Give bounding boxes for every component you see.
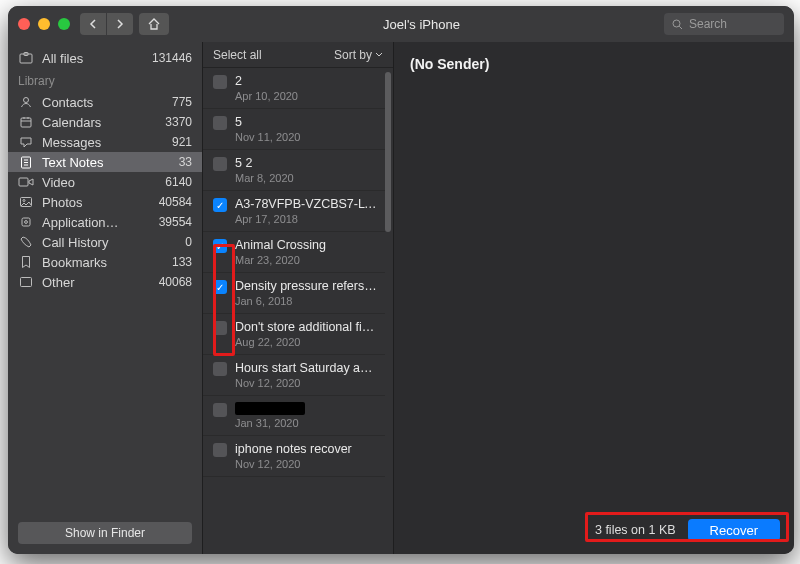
- item-date: Nov 11, 2020: [235, 131, 377, 143]
- calendar-icon: [18, 114, 34, 130]
- home-button[interactable]: [139, 13, 169, 35]
- item-title: 2: [235, 74, 377, 88]
- traffic-lights: [18, 18, 70, 30]
- checkbox[interactable]: [213, 362, 227, 376]
- scrollbar-thumb[interactable]: [385, 72, 391, 232]
- show-in-finder-button[interactable]: Show in Finder: [18, 522, 192, 544]
- sidebar-item-video[interactable]: Video6140: [8, 172, 202, 192]
- checkbox[interactable]: ✓: [213, 239, 227, 253]
- select-all-button[interactable]: Select all: [213, 48, 262, 62]
- list-item[interactable]: Hours start Saturday and en…Nov 12, 2020: [203, 355, 385, 396]
- checkbox[interactable]: [213, 321, 227, 335]
- preview-body: [394, 86, 794, 514]
- chevron-down-icon: [375, 52, 383, 58]
- sidebar-item-contacts[interactable]: Contacts775: [8, 92, 202, 112]
- sidebar-item-text-notes[interactable]: Text Notes33: [8, 152, 202, 172]
- sidebar-item-other[interactable]: Other40068: [8, 272, 202, 292]
- item-title: 5 2: [235, 156, 377, 170]
- photos-icon: [18, 194, 34, 210]
- search-placeholder: Search: [689, 17, 727, 31]
- sidebar-item-call-history[interactable]: Call History0: [8, 232, 202, 252]
- folder-icon: [18, 274, 34, 290]
- list-item[interactable]: ✓Density pressure refers to th…Jan 6, 20…: [203, 273, 385, 314]
- list-item[interactable]: 5Nov 11, 2020: [203, 109, 385, 150]
- item-date: Aug 22, 2020: [235, 336, 377, 348]
- item-title: Density pressure refers to th…: [235, 279, 377, 293]
- messages-icon: [18, 134, 34, 150]
- sidebar-item-label: Messages: [42, 135, 101, 150]
- item-count: 39554: [159, 215, 192, 229]
- back-button[interactable]: [80, 13, 106, 35]
- item-date: Mar 8, 2020: [235, 172, 377, 184]
- svg-point-15: [23, 200, 25, 202]
- sidebar: All files 131446 Library Contacts775Cale…: [8, 42, 202, 554]
- window-title: Joel's iPhone: [179, 17, 664, 32]
- main-body: All files 131446 Library Contacts775Cale…: [8, 42, 794, 554]
- item-title: [235, 402, 305, 415]
- svg-rect-13: [19, 178, 28, 186]
- forward-button[interactable]: [107, 13, 133, 35]
- sidebar-item-messages[interactable]: Messages921: [8, 132, 202, 152]
- item-count: 40068: [159, 275, 192, 289]
- item-count: 775: [172, 95, 192, 109]
- list-item[interactable]: iphone notes recoverNov 12, 2020: [203, 436, 385, 477]
- list-item[interactable]: 5 2Mar 8, 2020: [203, 150, 385, 191]
- close-icon[interactable]: [18, 18, 30, 30]
- nav-buttons: [80, 13, 133, 35]
- item-title: Animal Crossing: [235, 238, 377, 252]
- sidebar-item-label: Other: [42, 275, 75, 290]
- checkbox[interactable]: [213, 116, 227, 130]
- recover-button[interactable]: Recover: [688, 519, 780, 541]
- item-count: 33: [179, 155, 192, 169]
- checkbox[interactable]: [213, 157, 227, 171]
- item-count: 6140: [165, 175, 192, 189]
- item-count: 131446: [152, 51, 192, 65]
- svg-point-17: [25, 221, 28, 224]
- svg-rect-18: [21, 278, 32, 287]
- sidebar-item-label: Video: [42, 175, 75, 190]
- item-date: Nov 12, 2020: [235, 458, 377, 470]
- checkbox[interactable]: [213, 443, 227, 457]
- checkbox[interactable]: [213, 403, 227, 417]
- svg-point-4: [24, 98, 29, 103]
- list-item[interactable]: Don't store additional filesAug 22, 2020: [203, 314, 385, 355]
- item-date: Jan 31, 2020: [235, 417, 377, 429]
- checkbox[interactable]: ✓: [213, 280, 227, 294]
- sidebar-item-calendars[interactable]: Calendars3370: [8, 112, 202, 132]
- maximize-icon[interactable]: [58, 18, 70, 30]
- sidebar-all-files[interactable]: All files 131446: [8, 48, 202, 68]
- list-header: Select all Sort by: [203, 42, 393, 68]
- checkbox[interactable]: ✓: [213, 198, 227, 212]
- item-date: Apr 17, 2018: [235, 213, 377, 225]
- sidebar-item-label: Application…: [42, 215, 119, 230]
- library-header: Library: [8, 68, 202, 92]
- list-item[interactable]: ✓A3-78VFPB-VZCBS7-LVEEX…Apr 17, 2018: [203, 191, 385, 232]
- item-list-panel: Select all Sort by 2Apr 10, 20205Nov 11,…: [202, 42, 394, 554]
- sidebar-item-label: Contacts: [42, 95, 93, 110]
- item-title: Don't store additional files: [235, 320, 377, 334]
- list-item[interactable]: Jan 31, 2020: [203, 396, 385, 436]
- list-scroll-area: 2Apr 10, 20205Nov 11, 20205 2Mar 8, 2020…: [203, 68, 393, 554]
- search-input[interactable]: Search: [664, 13, 784, 35]
- apps-icon: [18, 214, 34, 230]
- sidebar-item-label: Text Notes: [42, 155, 103, 170]
- sidebar-item-label: Call History: [42, 235, 108, 250]
- sidebar-item-bookmarks[interactable]: Bookmarks133: [8, 252, 202, 272]
- app-window: Joel's iPhone Search All files 131446 Li…: [8, 6, 794, 554]
- svg-rect-5: [21, 118, 31, 127]
- minimize-icon[interactable]: [38, 18, 50, 30]
- item-title: A3-78VFPB-VZCBS7-LVEEX…: [235, 197, 377, 211]
- sidebar-item-photos[interactable]: Photos40584: [8, 192, 202, 212]
- item-count: 40584: [159, 195, 192, 209]
- checkbox[interactable]: [213, 75, 227, 89]
- contacts-icon: [18, 94, 34, 110]
- sidebar-item-label: Photos: [42, 195, 82, 210]
- sidebar-item-label: Bookmarks: [42, 255, 107, 270]
- list-item[interactable]: 2Apr 10, 2020: [203, 68, 385, 109]
- sidebar-item-application-[interactable]: Application…39554: [8, 212, 202, 232]
- item-title: iphone notes recover: [235, 442, 377, 456]
- sort-by-label: Sort by: [334, 48, 372, 62]
- item-date: Apr 10, 2020: [235, 90, 377, 102]
- sort-by-button[interactable]: Sort by: [334, 48, 383, 62]
- list-item[interactable]: ✓Animal CrossingMar 23, 2020: [203, 232, 385, 273]
